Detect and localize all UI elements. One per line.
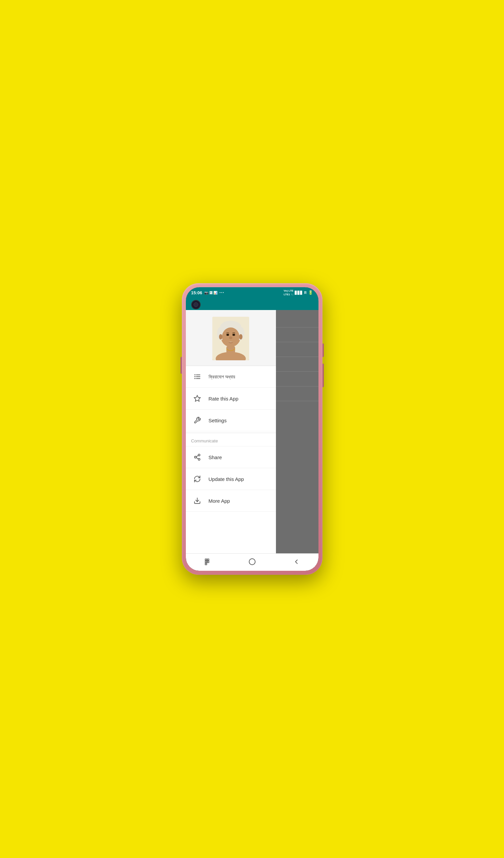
share-icon xyxy=(191,451,203,463)
svg-rect-29 xyxy=(207,559,209,560)
svg-point-31 xyxy=(249,559,255,565)
content-area: ক্রিয়াযোগ অধ্যায় Rate this App xyxy=(186,310,319,553)
drawer-empty-space xyxy=(186,512,276,553)
update-label: Update this App xyxy=(209,476,244,482)
recents-button[interactable] xyxy=(198,555,218,569)
camera-dot xyxy=(191,300,200,309)
chapters-label: ক্রিয়াযোগ অধ্যায় xyxy=(209,374,235,380)
more-label: More App xyxy=(209,498,230,504)
svg-rect-30 xyxy=(207,561,209,563)
menu-item-share[interactable]: Share xyxy=(186,446,276,468)
network-r: R xyxy=(304,291,306,295)
share-label: Share xyxy=(209,455,222,460)
svg-line-23 xyxy=(196,458,198,459)
back-button[interactable] xyxy=(286,555,306,569)
star-icon xyxy=(191,393,203,404)
svg-point-12 xyxy=(239,334,242,339)
status-time: 15:06 xyxy=(191,290,202,295)
svg-rect-28 xyxy=(205,563,207,565)
refresh-icon xyxy=(191,473,203,485)
menu-item-rate[interactable]: Rate this App xyxy=(186,388,276,410)
app-screen: 15:06 📷 🖼 📊 ··· Vo) LTE LTE1 ↑↓ ▊▊▊ R 🔋 xyxy=(186,287,319,571)
navigation-drawer: ক্রিয়াযোগ অধ্যায় Rate this App xyxy=(186,310,276,553)
list-icon xyxy=(191,371,203,383)
svg-rect-26 xyxy=(205,559,207,560)
menu-item-settings[interactable]: Settings xyxy=(186,410,276,431)
signal-bars: ▊▊▊ xyxy=(295,291,303,295)
svg-point-11 xyxy=(219,334,222,339)
settings-label: Settings xyxy=(209,418,227,423)
svg-point-9 xyxy=(232,334,235,336)
volume-right-button[interactable] xyxy=(323,364,324,387)
status-left: 15:06 📷 🖼 📊 ··· xyxy=(191,290,224,295)
battery-icon: 🔋 xyxy=(308,290,313,295)
menu-item-more[interactable]: More App xyxy=(186,490,276,512)
svg-marker-19 xyxy=(194,396,200,401)
nav-bar xyxy=(186,553,319,571)
download-icon xyxy=(191,495,203,507)
svg-line-24 xyxy=(196,456,198,457)
wrench-icon xyxy=(191,414,203,426)
content-overlay[interactable] xyxy=(276,310,319,553)
home-button[interactable] xyxy=(242,555,262,569)
phone-screen: 15:06 📷 🖼 📊 ··· Vo) LTE LTE1 ↑↓ ▊▊▊ R 🔋 xyxy=(186,287,319,571)
divider-2 xyxy=(186,433,276,433)
profile-illustration xyxy=(212,317,249,360)
volume-button[interactable] xyxy=(180,357,182,374)
communicate-header: Communicate xyxy=(186,434,276,446)
svg-rect-27 xyxy=(205,561,207,563)
menu-item-chapters[interactable]: ক্রিয়াযোগ অধ্যায় xyxy=(186,366,276,388)
svg-point-10 xyxy=(229,336,232,339)
profile-image xyxy=(212,317,249,360)
power-button[interactable] xyxy=(323,344,324,357)
menu-item-update[interactable]: Update this App xyxy=(186,468,276,490)
status-right: Vo) LTE LTE1 ↑↓ ▊▊▊ R 🔋 xyxy=(283,289,313,296)
status-dots: ··· xyxy=(220,290,224,295)
network-info: Vo) LTE LTE1 ↑↓ xyxy=(283,289,293,296)
rate-label: Rate this App xyxy=(209,396,239,401)
phone-device: 15:06 📷 🖼 📊 ··· Vo) LTE LTE1 ↑↓ ▊▊▊ R 🔋 xyxy=(182,283,323,575)
profile-area xyxy=(186,310,276,366)
status-bar: 15:06 📷 🖼 📊 ··· Vo) LTE LTE1 ↑↓ ▊▊▊ R 🔋 xyxy=(186,287,319,298)
app-header xyxy=(186,298,319,310)
svg-point-8 xyxy=(226,334,229,336)
status-media-icons: 📷 🖼 📊 xyxy=(204,291,218,295)
